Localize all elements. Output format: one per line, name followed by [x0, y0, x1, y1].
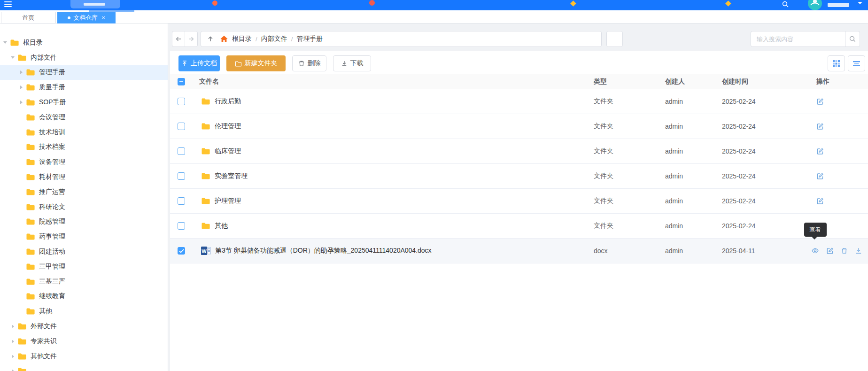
caret-down-icon[interactable] — [1, 41, 9, 44]
home-icon[interactable] — [220, 35, 228, 43]
edit-icon[interactable] — [816, 172, 824, 180]
folder-tree: 根目录内部文件管理手册质量手册SOP手册会议管理技术培训技术档案设备管理耗材管理… — [0, 23, 168, 371]
caret-right-icon[interactable] — [9, 369, 16, 371]
tree-item[interactable]: 团建活动 — [0, 244, 168, 259]
row-checkbox[interactable] — [178, 197, 185, 205]
file-name[interactable]: 护理管理 — [215, 197, 241, 205]
edit-icon[interactable] — [816, 147, 824, 155]
forward-button[interactable] — [185, 31, 197, 46]
search-submit-button[interactable] — [845, 31, 860, 46]
back-button[interactable] — [172, 31, 185, 46]
file-name[interactable]: 伦理管理 — [215, 122, 241, 131]
row-checkbox[interactable] — [178, 98, 185, 105]
caret-right-icon[interactable] — [17, 85, 25, 89]
tree-item[interactable]: 其他 — [0, 304, 168, 319]
table-row[interactable]: W第3节 卵巢储备功能减退（DOR）的助孕策略_20250411114020A0… — [170, 239, 868, 263]
tab-document-repository[interactable]: 文档仓库 × — [57, 12, 116, 23]
tree-item[interactable]: 技术档案 — [0, 140, 168, 155]
caret-down-icon[interactable] — [9, 56, 16, 59]
caret-right-icon[interactable] — [9, 355, 16, 358]
table-row[interactable]: 伦理管理文件夹admin2025-02-24 — [170, 114, 868, 139]
caret-right-icon[interactable] — [9, 340, 16, 343]
breadcrumb-root[interactable]: 根目录 — [232, 35, 252, 43]
tree-item-label: SOP手册 — [39, 98, 66, 107]
username-cutoff[interactable] — [828, 3, 849, 7]
file-table: 文件名 类型 创建人 创建时间 操作 行政后勤文件夹admin2025-02-2… — [170, 74, 868, 263]
word-file-icon: W — [201, 246, 211, 255]
table-row[interactable]: 护理管理文件夹admin2025-02-24 — [170, 189, 868, 214]
file-name[interactable]: 其他 — [215, 222, 228, 230]
search-icon[interactable] — [782, 0, 789, 10]
tree-item[interactable]: 专家共识 — [0, 334, 168, 349]
row-checkbox[interactable] — [178, 147, 185, 155]
download-button[interactable]: 下载 — [333, 55, 371, 71]
active-nav-pill[interactable] — [70, 0, 120, 8]
hamburger-menu-icon[interactable] — [4, 1, 12, 8]
row-checkbox[interactable] — [178, 247, 185, 255]
breadcrumb-internal-files[interactable]: 内部文件 — [261, 35, 287, 43]
table-row[interactable]: 其他文件夹admin2025-02-24 — [170, 214, 868, 239]
tree-item[interactable]: 其他文件 — [0, 349, 168, 364]
list-view-button[interactable] — [848, 55, 865, 71]
caret-right-icon[interactable] — [17, 100, 25, 104]
table-row[interactable]: 实验室管理文件夹admin2025-02-24 — [170, 164, 868, 189]
tree-item[interactable]: 技术培训 — [0, 125, 168, 140]
tree-item[interactable] — [0, 364, 168, 371]
tree-item[interactable]: 质量手册 — [0, 80, 168, 95]
tree-item[interactable]: 继续教育 — [0, 289, 168, 304]
caret-right-icon[interactable] — [9, 325, 16, 328]
tree-item[interactable]: 推广运营 — [0, 185, 168, 200]
avatar[interactable] — [808, 0, 822, 10]
refresh-button[interactable] — [606, 31, 623, 47]
tree-item[interactable]: 药事管理 — [0, 229, 168, 244]
up-level-button[interactable] — [201, 35, 220, 43]
tree-item[interactable]: SOP手册 — [0, 95, 168, 110]
tree-item[interactable]: 科研论文 — [0, 200, 168, 215]
row-checkbox[interactable] — [178, 172, 185, 180]
tree-item[interactable]: 根目录 — [0, 35, 168, 50]
tab-home[interactable]: 首页 — [1, 12, 56, 23]
table-row[interactable]: 临床管理文件夹admin2025-02-24 — [170, 139, 868, 164]
tree-item[interactable]: 内部文件 — [0, 50, 168, 65]
view-eye-icon[interactable] — [811, 247, 819, 255]
table-row[interactable]: 行政后勤文件夹admin2025-02-24 — [170, 89, 868, 114]
folder-icon — [17, 323, 27, 330]
tree-item[interactable]: 耗材管理 — [0, 170, 168, 185]
breadcrumb-management-manual[interactable]: 管理手册 — [296, 35, 323, 43]
chevron-down-icon[interactable] — [858, 2, 862, 7]
close-icon[interactable]: × — [101, 14, 105, 21]
tree-item[interactable]: 会议管理 — [0, 110, 168, 125]
delete-button-label: 删除 — [308, 59, 321, 68]
tree-item[interactable]: 三基三严 — [0, 274, 168, 289]
edit-icon[interactable] — [816, 123, 824, 130]
edit-icon[interactable] — [816, 98, 824, 105]
download-row-icon[interactable] — [855, 247, 862, 255]
file-name[interactable]: 第3节 卵巢储备功能减退（DOR）的助孕策略_20250411114020A00… — [215, 247, 432, 255]
folder-icon — [26, 263, 35, 271]
search-input[interactable] — [751, 31, 845, 46]
caret-right-icon[interactable] — [17, 70, 25, 74]
view-tooltip: 查看 — [804, 223, 827, 237]
tree-item[interactable]: 三甲管理 — [0, 259, 168, 274]
column-header-created: 创建时间 — [714, 77, 798, 86]
tree-item[interactable]: 外部文件 — [0, 319, 168, 334]
grid-view-button[interactable] — [828, 55, 845, 71]
row-checkbox[interactable] — [178, 222, 185, 230]
delete-button[interactable]: 删除 — [292, 55, 326, 71]
delete-row-icon[interactable] — [841, 247, 848, 255]
row-checkbox[interactable] — [178, 123, 185, 130]
edit-icon[interactable] — [816, 197, 824, 205]
tree-item[interactable]: 管理手册 — [0, 65, 168, 80]
tree-item-label: 三甲管理 — [39, 263, 65, 271]
new-folder-button[interactable]: 新建文件夹 — [226, 55, 286, 71]
file-name[interactable]: 临床管理 — [215, 147, 241, 155]
upload-document-button[interactable]: 上传文档 — [178, 55, 220, 71]
edit-icon[interactable] — [826, 247, 834, 255]
folder-icon — [201, 98, 210, 105]
tree-item[interactable]: 院感管理 — [0, 215, 168, 230]
folder-icon — [201, 172, 210, 180]
tree-item[interactable]: 设备管理 — [0, 155, 168, 170]
file-name[interactable]: 实验室管理 — [215, 172, 248, 180]
file-name[interactable]: 行政后勤 — [215, 97, 241, 106]
select-all-checkbox[interactable] — [178, 78, 185, 85]
